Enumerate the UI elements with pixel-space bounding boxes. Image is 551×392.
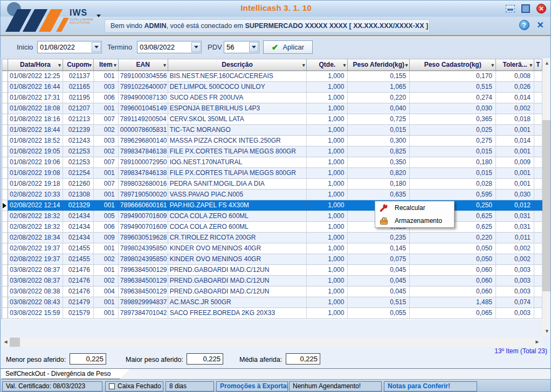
horizontal-scrollbar[interactable]: ◄ ►	[2, 338, 542, 347]
sort-dropdown-icon[interactable]: ▾	[58, 59, 61, 71]
column-header-ean[interactable]: EAN▾	[119, 59, 168, 71]
cell-qtde: 1,000	[307, 103, 348, 114]
cell-qtde: 1,000	[307, 254, 348, 265]
sort-dropdown-icon[interactable]: ▾	[492, 59, 494, 71]
help-icon[interactable]: ?	[519, 20, 529, 30]
table-row[interactable]: 01/08/2022 17:310211950067894900087130SU…	[2, 93, 542, 103]
chevron-down-icon[interactable]	[191, 42, 201, 52]
sort-dropdown-icon[interactable]: ▾	[163, 59, 166, 71]
caixa-fechado-checkbox[interactable]	[109, 383, 115, 389]
cell-peso_cadastro: 0,170	[410, 71, 496, 82]
table-row[interactable]: 01/08/2022 18:520212430037896296800140MA…	[2, 136, 542, 146]
welcome-message: Bem vindo ADMIN, você está conectado em …	[105, 19, 430, 33]
status-bar: Val. Certificado: 08/03/2023 Caixa Fecha…	[1, 379, 551, 392]
media-value: 0,225	[286, 353, 320, 365]
cell-ean: 7898024395850	[119, 243, 168, 254]
cell-data_hora: 01/08/2022 18:52	[8, 136, 63, 146]
tab-selfcheckout-divergencia[interactable]: SelfCheckOut - Divergência de Peso	[2, 369, 130, 379]
sort-dropdown-icon[interactable]: ▾	[343, 59, 346, 71]
iws-logo: IWS INTELLIWARE SOLUTIONS	[4, 2, 106, 34]
minimize-icon[interactable]	[506, 5, 515, 12]
table-row[interactable]: 02/08/2022 10:330213080017897190500020VA…	[2, 190, 542, 200]
chevron-down-icon[interactable]	[92, 42, 101, 52]
table-row[interactable]: 01/08/2022 19:060212530077891000072950IO…	[2, 157, 542, 168]
table-row[interactable]: 01/08/2022 18:160212130077891149200504CE…	[2, 114, 542, 125]
cell-extra	[534, 82, 542, 93]
column-header-peso_cadastro[interactable]: Peso Cadastro(kg)▾	[410, 59, 496, 71]
logo-dropdown-icon[interactable]	[97, 15, 101, 17]
horizontal-scrollbar-thumb[interactable]	[10, 338, 20, 347]
table-row[interactable]: 02/08/2022 19:370214550017898024395850KI…	[2, 243, 542, 254]
cell-ean: 7891149200504	[119, 114, 168, 125]
cell-peso_aferido: 0,825	[348, 146, 410, 157]
cell-descricao: FILE PX.CORTES TILAPIA MEGGS 800GR	[168, 146, 307, 157]
table-row[interactable]: 03/08/2022 08:430214790017898929994837AC…	[2, 297, 542, 308]
column-header-peso_aferido[interactable]: Peso Aferido(kg)▾	[348, 59, 410, 71]
scroll-left-icon[interactable]: ◄	[2, 338, 10, 347]
cell-data_hora: 02/08/2022 18:34	[8, 233, 63, 243]
scroll-down-icon[interactable]: ▼	[542, 327, 551, 335]
cell-cupom: 021455	[63, 243, 94, 254]
table-row[interactable]: 01/08/2022 19:180212600077898032680016PE…	[2, 179, 542, 190]
table-row[interactable]: 02/08/2022 19:370214550027898024395850KI…	[2, 254, 542, 265]
column-header-cupom[interactable]: Cupom▾	[63, 59, 94, 71]
table-row[interactable]: 01/08/2022 16:440211650037891022640007DE…	[2, 82, 542, 93]
status-promocoes-exportar[interactable]: Promoções à Exportar!	[216, 381, 288, 391]
column-header-item[interactable]: Item▾	[94, 59, 119, 71]
table-row[interactable]: 01/08/2022 19:080212540017898347846138FI…	[2, 168, 542, 179]
menu-item-armazenamento[interactable]: Armazenamento	[375, 214, 454, 227]
row-marker-header	[2, 59, 8, 71]
table-row[interactable]: 01/08/2022 18:440212390020000078605831TI…	[2, 125, 542, 136]
menu-item-recalcular[interactable]: Recalcular	[375, 201, 454, 214]
apply-button[interactable]: ✔ Aplicar	[263, 40, 313, 54]
table-row[interactable]: 03/08/2022 08:370214760027896384500129PR…	[2, 276, 542, 286]
vertical-scrollbar[interactable]: ▲ ▼	[542, 59, 551, 335]
tab-strip: SelfCheckOut - Divergência de Peso	[1, 368, 551, 379]
logo-text: IWS	[70, 8, 93, 18]
table-row[interactable]: 01/08/2022 12:250211370017891000304556BI…	[2, 71, 542, 82]
table-row[interactable]: 03/08/2022 08:380214760047896384500129PR…	[2, 286, 542, 297]
status-notas-conferir[interactable]: Notas para Conferir!	[384, 381, 477, 391]
table-row[interactable]: 02/08/2022 18:320214340067894900701609CO…	[2, 222, 542, 233]
table-row[interactable]: 01/08/2022 19:050212530027898347846138FI…	[2, 146, 542, 157]
column-header-next[interactable]: T	[534, 59, 542, 71]
maximize-icon[interactable]	[521, 4, 530, 13]
vertical-scrollbar-thumb[interactable]	[542, 120, 551, 291]
sort-dropdown-icon[interactable]: ▾	[114, 59, 116, 71]
close-icon[interactable]: ✕	[536, 4, 546, 13]
cell-qtde: 1,000	[307, 93, 348, 103]
row-marker-cell	[2, 93, 8, 103]
scroll-right-icon[interactable]: ►	[533, 338, 541, 347]
cell-data_hora: 01/08/2022 18:44	[8, 125, 63, 136]
scroll-up-icon[interactable]: ▲	[542, 59, 551, 67]
sort-dropdown-icon[interactable]: ▾	[89, 59, 92, 71]
close-x-icon[interactable]: ✕	[537, 20, 544, 30]
maior-peso-label: Maior peso aferido:	[126, 356, 183, 363]
inicio-date-combo[interactable]: 01/08/2022	[37, 41, 102, 53]
table-row[interactable]: 03/08/2022 08:370214760017896384500129PR…	[2, 265, 542, 276]
table-row[interactable]: 02/08/2022 18:320214340057894900701609CO…	[2, 211, 542, 222]
termino-date-combo[interactable]: 03/08/2022	[137, 41, 202, 53]
table-row[interactable]: 02/08/2022 18:340214340097896030519628CR…	[2, 233, 542, 243]
cell-qtde: 1,000	[307, 265, 348, 276]
column-header-qtde[interactable]: Qtde.▾	[307, 59, 348, 71]
pdv-combo[interactable]: 56	[224, 41, 259, 53]
cell-peso_cadastro: 0,015	[410, 146, 496, 157]
toolbox-icon	[380, 216, 388, 225]
chevron-down-icon[interactable]	[249, 42, 258, 52]
cell-tolerancia: 0,026	[496, 82, 534, 93]
cell-tolerancia: 0,003	[496, 276, 534, 286]
sort-dropdown-icon[interactable]: ▾	[302, 59, 305, 71]
table-row[interactable]: 02/08/2022 12:140213290017896660600161PA…	[2, 200, 542, 211]
sort-dropdown-icon[interactable]: ▾	[405, 59, 408, 71]
cell-qtde: 1,000	[307, 308, 348, 319]
cell-qtde: 1,000	[307, 286, 348, 297]
table-row[interactable]: 03/08/2022 15:590215790017897384701042SA…	[2, 308, 542, 319]
table-row[interactable]: 01/08/2022 18:080212070017896001045149ES…	[2, 103, 542, 114]
cell-cupom: 021476	[63, 276, 94, 286]
column-header-tolerancia[interactable]: Tolerâ...▾	[496, 59, 534, 71]
column-header-descricao[interactable]: Descrição▾	[168, 59, 307, 71]
cell-peso_aferido: 0,220	[348, 93, 410, 103]
sort-dropdown-icon[interactable]: ▾	[529, 59, 532, 71]
column-header-data_hora[interactable]: Data/Hora▾	[8, 59, 63, 71]
